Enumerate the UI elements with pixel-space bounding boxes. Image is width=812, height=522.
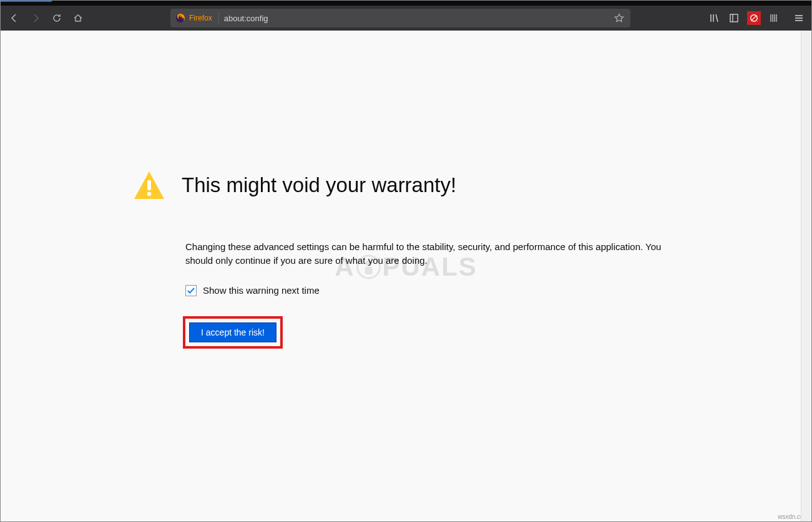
accept-button-highlight: I accept the risk! [183, 316, 283, 349]
address-bar[interactable]: Firefox about:config [170, 9, 630, 27]
reload-icon [52, 13, 62, 23]
navigation-toolbar: Firefox about:config [1, 6, 811, 31]
active-tab-indicator [1, 1, 52, 2]
vertical-scrollbar[interactable] [801, 31, 811, 521]
identity-label: Firefox [189, 14, 212, 22]
tab-strip[interactable] [1, 1, 811, 6]
show-warning-label: Show this warning next time [203, 285, 320, 296]
back-button[interactable] [4, 8, 24, 28]
grid-button[interactable] [765, 9, 783, 27]
reload-button[interactable] [47, 8, 67, 28]
svg-rect-1 [730, 14, 738, 22]
svg-line-4 [751, 16, 757, 21]
arrow-right-icon [31, 13, 41, 23]
sidebar-icon [729, 13, 739, 23]
show-warning-checkbox[interactable] [185, 285, 197, 296]
warning-description: Changing these advanced settings can be … [185, 240, 676, 268]
hamburger-icon [794, 13, 804, 23]
library-button[interactable] [705, 9, 723, 27]
sidebar-button[interactable] [725, 9, 743, 27]
firefox-icon [175, 13, 185, 23]
site-identity[interactable]: Firefox [175, 12, 219, 24]
bookmark-star-button[interactable] [613, 12, 625, 24]
star-icon [614, 13, 624, 23]
accept-risk-button[interactable]: I accept the risk! [189, 322, 276, 342]
warning-triangle-icon [133, 170, 165, 200]
arrow-left-icon [9, 13, 19, 23]
app-menu-button[interactable] [790, 9, 808, 27]
content-area: A PUALS This might void your warranty! C… [1, 31, 811, 521]
url-text: about:config [224, 14, 608, 23]
checkmark-icon [187, 286, 195, 295]
library-icon [709, 13, 719, 23]
warning-container: This might void your warranty! Changing … [133, 170, 676, 349]
warning-title: This might void your warranty! [182, 173, 456, 197]
home-button[interactable] [68, 8, 88, 28]
home-icon [73, 13, 83, 23]
svg-rect-8 [147, 180, 151, 190]
forward-button [26, 8, 46, 28]
svg-point-9 [147, 192, 151, 196]
toolbar-right-group [637, 9, 808, 27]
noscript-button[interactable] [745, 9, 763, 27]
grid-icon [769, 13, 779, 23]
noscript-icon [750, 14, 758, 22]
